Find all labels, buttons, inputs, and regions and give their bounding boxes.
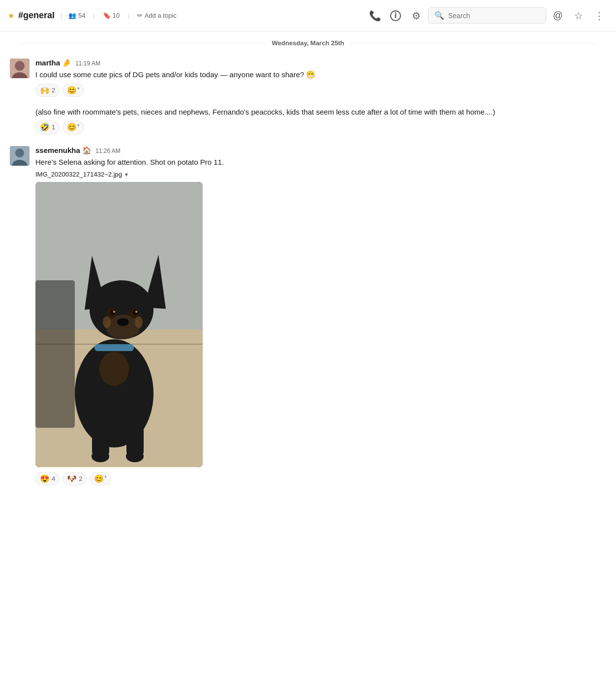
- reaction-count: 1: [52, 123, 55, 131]
- header-meta: 👥 54 | 🔖 10 | ✏ Add a topic: [68, 12, 177, 19]
- members-icon: 👥: [68, 12, 76, 19]
- add-reaction-icon: 😊+: [94, 474, 107, 483]
- timestamp: 11:19 AM: [75, 60, 100, 67]
- at-button[interactable]: @: [549, 7, 567, 25]
- channel-header: ★ #general | 👥 54 | 🔖 10 | ✏ Add a topic…: [0, 0, 616, 31]
- message-header: ssemenukha 🏠 11:26 AM: [35, 146, 606, 155]
- gear-icon: ⚙: [412, 10, 421, 22]
- message-continuation: (also fine with roommate's pets, nieces …: [35, 107, 606, 134]
- add-topic-label: Add a topic: [145, 12, 177, 19]
- reaction-item[interactable]: 🤣 1: [35, 120, 60, 134]
- continuation-text: (also fine with roommate's pets, nieces …: [35, 107, 606, 118]
- svg-rect-27: [94, 344, 134, 351]
- message-content: ssemenukha 🏠 11:26 AM Here's Selena aski…: [35, 146, 606, 486]
- message-header: martha 🤌 11:19 AM: [35, 59, 606, 67]
- avatar: [10, 59, 30, 78]
- reaction-item[interactable]: 🙌 2: [35, 84, 60, 97]
- dropdown-arrow[interactable]: ▾: [125, 171, 128, 178]
- add-topic-button[interactable]: ✏ Add a topic: [137, 12, 177, 19]
- pinned-count: 10: [113, 12, 120, 19]
- reaction-emoji: 😍: [40, 474, 50, 483]
- header-divider: |: [61, 11, 62, 20]
- message-text: I could use some cute pics of DG pets an…: [35, 69, 606, 81]
- divider3: |: [127, 12, 129, 19]
- continuation-reactions: 🤣 1 😊+: [35, 120, 606, 134]
- message-group: ssemenukha 🏠 11:26 AM Here's Selena aski…: [10, 142, 606, 486]
- add-reaction-icon: 😊+: [67, 122, 80, 132]
- reaction-item[interactable]: 🐶 2: [62, 472, 87, 485]
- username: martha 🤌: [35, 59, 71, 67]
- add-reaction-button[interactable]: 😊+: [62, 84, 84, 97]
- add-reaction-button[interactable]: 😊+: [90, 472, 111, 485]
- svg-point-15: [117, 318, 129, 326]
- divider2: |: [93, 12, 94, 19]
- phone-button[interactable]: 📞: [366, 7, 384, 25]
- message-group: martha 🤌 11:19 AM I could use some cute …: [10, 55, 606, 97]
- info-button[interactable]: i: [387, 7, 404, 25]
- svg-point-20: [113, 311, 115, 313]
- svg-point-29: [126, 450, 144, 462]
- attachment-filename: IMG_20200322_171432~2.jpg ▾: [35, 171, 606, 178]
- reaction-emoji: 🐶: [67, 474, 77, 483]
- reaction-count: 2: [52, 87, 55, 94]
- members-count-item: 👥 54: [68, 12, 85, 19]
- svg-point-21: [135, 311, 137, 313]
- svg-rect-30: [35, 280, 75, 428]
- svg-point-26: [99, 352, 129, 386]
- svg-point-4: [15, 148, 24, 157]
- settings-button[interactable]: ⚙: [407, 7, 425, 25]
- pencil-icon: ✏: [137, 12, 143, 19]
- image-container[interactable]: [35, 182, 203, 467]
- phone-icon: 📞: [369, 10, 381, 22]
- dog-image: [35, 182, 203, 467]
- svg-point-28: [92, 450, 109, 462]
- reaction-emoji: 🙌: [40, 86, 50, 95]
- reaction-emoji: 🤣: [40, 122, 50, 132]
- messages-area: Wednesday, March 25th martha 🤌 11:19 AM …: [0, 39, 616, 485]
- more-icon: ⋮: [594, 10, 604, 22]
- header-left: ★ #general | 👥 54 | 🔖 10 | ✏ Add a topic: [8, 10, 366, 21]
- reaction-count: 2: [79, 475, 82, 482]
- add-reaction-icon: 😊+: [67, 86, 80, 95]
- filename-text: IMG_20200322_171432~2.jpg: [35, 171, 122, 178]
- message-content: martha 🤌 11:19 AM I could use some cute …: [35, 59, 606, 97]
- star-button[interactable]: ☆: [570, 7, 587, 25]
- svg-point-1: [15, 61, 25, 71]
- username: ssemenukha 🏠: [35, 146, 92, 155]
- reactions: 🙌 2 😊+: [35, 84, 606, 97]
- search-box[interactable]: 🔍: [428, 7, 546, 24]
- header-right: 📞 i ⚙ 🔍 @ ☆ ⋮: [366, 7, 608, 25]
- search-input[interactable]: [448, 12, 540, 20]
- info-icon: i: [390, 10, 401, 21]
- search-icon: 🔍: [434, 11, 444, 20]
- svg-point-22: [103, 316, 111, 328]
- star-outline-icon: ☆: [574, 10, 583, 22]
- timestamp: 11:26 AM: [95, 148, 121, 154]
- pinned-count-item: 🔖 10: [103, 12, 120, 19]
- date-separator: Wednesday, March 25th: [20, 39, 596, 47]
- at-icon: @: [553, 10, 563, 21]
- reactions: 😍 4 🐶 2 😊+: [35, 472, 606, 485]
- reaction-count: 4: [52, 475, 55, 482]
- members-count: 54: [78, 12, 85, 19]
- channel-title: #general: [18, 10, 55, 21]
- reaction-item[interactable]: 😍 4: [35, 472, 60, 485]
- more-options-button[interactable]: ⋮: [590, 7, 608, 25]
- add-reaction-button[interactable]: 😊+: [62, 120, 84, 134]
- bookmark-icon: 🔖: [103, 12, 111, 19]
- avatar: [10, 146, 30, 166]
- message-text: Here's Selena asking for attention. Shot…: [35, 157, 606, 168]
- date-label: Wednesday, March 25th: [266, 39, 350, 47]
- star-icon[interactable]: ★: [8, 11, 14, 20]
- svg-point-23: [135, 316, 143, 328]
